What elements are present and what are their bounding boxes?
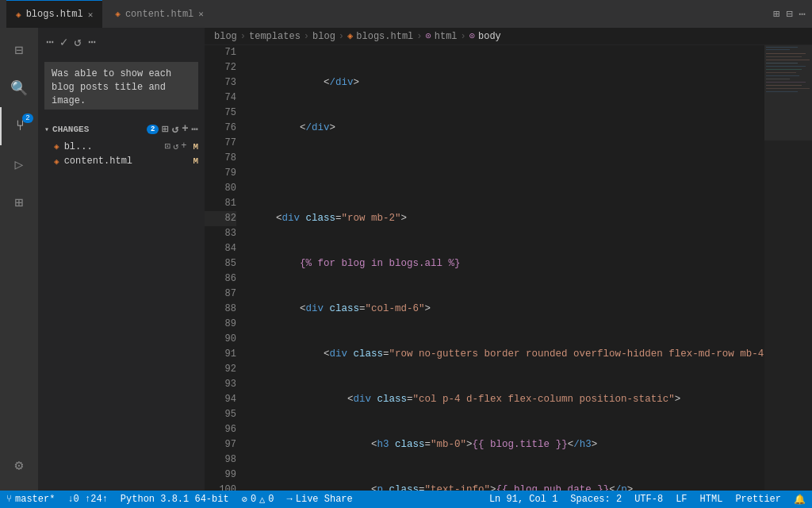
editor-content: 7172737475 7677787980 8182838485 8687888… [205,45,812,491]
status-language[interactable]: HTML [694,491,730,508]
breadcrumb-sep-5: › [461,31,466,42]
changes-count-badge: 2 [147,125,159,134]
status-spaces[interactable]: Spaces: 2 [564,491,628,508]
breadcrumb-html-tag: ⊙ [426,30,431,42]
status-line-col[interactable]: Ln 91, Col 1 [483,491,564,508]
open-icon[interactable]: ⊡ [165,140,170,152]
minimap [764,45,812,491]
code-area[interactable]: </div> </div> <div class="row mb-2"> {% … [243,45,764,491]
tab-content-close[interactable]: ✕ [198,9,204,19]
code-line-73 [252,166,764,181]
code-line-74: <div class="row mb-2"> [252,211,764,226]
activity-run[interactable]: ▷ [0,145,38,183]
more-actions-icon[interactable]: ⋯ [192,122,198,136]
sidebar-dots-btn[interactable]: ⋯ [86,33,98,52]
breadcrumb-filename: blogs.html [356,31,413,42]
line-numbers: 7172737475 7677787980 8182838485 8687888… [205,45,243,491]
stage-file-icon[interactable]: + [181,140,186,152]
python-label: Python 3.8.1 64-bit [121,494,229,505]
more-icon[interactable]: ⋯ [799,7,806,21]
sync-icon: ↓0 ↑24↑ [67,494,107,505]
file-actions-blogs: ⊡ ↺ + [165,140,187,152]
activity-source-control[interactable]: ⑂ 2 [0,107,38,145]
status-python[interactable]: Python 3.8.1 64-bit [114,491,236,508]
sidebar-top: ⋯ ✓ ↺ ⋯ [38,28,205,56]
breadcrumb-sep-1: › [240,31,246,42]
editor-area: blog › templates › blog › ◈ blogs.html ›… [205,28,812,491]
commit-message-input[interactable]: Was able to show each blog posts title a… [44,62,198,110]
breadcrumb-body-icon: ⊙ [469,30,475,42]
line-col-label: Ln 91, Col 1 [489,494,557,505]
split-icon[interactable]: ⊟ [786,7,792,21]
warning-count: 0 [268,494,274,505]
activity-bar: ⊟ 🔍 ⑂ 2 ▷ ⊞ ⚙ [0,28,38,491]
error-icon: ⊘ [242,494,247,506]
status-formatter[interactable]: Prettier [729,491,787,508]
sidebar-checkmark-btn[interactable]: ✓ [59,33,70,52]
code-line-77: <div class="row no-gutters border rounde… [252,347,764,362]
code-line-72: </div> [252,121,764,136]
breadcrumb-templates: templates [249,31,301,42]
changes-label: CHANGES [52,125,147,134]
breadcrumb-sep-2: › [304,31,309,42]
tab-blogs-close[interactable]: ✕ [88,10,94,20]
encoding-label: UTF-8 [634,494,663,505]
minimap-viewport [764,45,812,140]
branch-icon: ⑂ [6,494,12,505]
status-branch[interactable]: ⑂ master* [0,491,61,508]
branch-name: master* [15,494,55,505]
live-share-label: Live Share [296,494,353,505]
line-ending-label: LF [676,494,687,505]
breadcrumb-html-icon: ◈ [347,30,353,42]
bell-icon: 🔔 [794,494,806,506]
status-errors[interactable]: ⊘ 0 △ 0 [236,491,281,508]
status-sync[interactable]: ↓0 ↑24↑ [61,491,113,508]
activity-search[interactable]: 🔍 [0,69,38,107]
changes-header-actions: ⊞ ↺ + ⋯ [162,122,198,136]
tab-content[interactable]: ◈ content.html ✕ [105,0,213,28]
status-bar: ⑂ master* ↓0 ↑24↑ Python 3.8.1 64-bit ⊘ … [0,491,812,508]
live-share-icon: → [287,494,293,505]
title-bar-actions: ⊞ ⊟ ⋯ [773,7,806,21]
main-area: ⊟ 🔍 ⑂ 2 ▷ ⊞ ⚙ ⋯ ✓ ↺ ⋯ Was able to show e… [0,28,812,491]
file-item-content[interactable]: ◈ content.html M [38,154,205,168]
code-line-75: {% for blog in blogs.all %} [252,256,764,271]
title-bar: ◈ blogs.html ✕ ◈ content.html ✕ ⊞ ⊟ ⋯ [0,0,812,28]
spaces-label: Spaces: 2 [570,494,622,505]
tab-content-label: content.html [125,9,193,20]
code-line-76: <div class="col-md-6"> [252,302,764,317]
stage-icon[interactable]: + [182,122,188,136]
open-file-icon[interactable]: ⊞ [162,122,168,136]
formatter-label: Prettier [735,494,781,505]
activity-extensions[interactable]: ⊞ [0,183,38,221]
file-html-icon-2: ◈ [54,156,59,167]
sidebar-more-btn[interactable]: ⋯ [44,33,56,52]
file-status-content: M [193,156,198,166]
breadcrumb-html: html [435,31,458,42]
file-html-icon-1: ◈ [54,141,59,152]
tab-blogs-label: blogs.html [26,9,83,20]
status-notifications[interactable]: 🔔 [787,491,812,508]
changes-header[interactable]: ▾ CHANGES 2 ⊞ ↺ + ⋯ [38,119,205,139]
code-line-71: </div> [252,75,764,90]
code-line-79: <h3 class="mb-0">{{ blog.title }}</h3> [252,437,764,452]
source-control-badge: 2 [22,114,33,123]
sidebar-refresh-btn[interactable]: ↺ [72,33,83,52]
warning-icon: △ [259,494,265,506]
status-encoding[interactable]: UTF-8 [628,491,669,508]
layout-icon[interactable]: ⊞ [773,7,779,21]
language-label: HTML [700,494,723,505]
file-item-blogs[interactable]: ◈ bl... ⊡ ↺ + M [38,139,205,154]
tab-blogs[interactable]: ◈ blogs.html ✕ [6,0,102,28]
html-icon: ◈ [16,10,21,20]
status-live-share[interactable]: → Live Share [281,491,359,508]
breadcrumb-sep-4: › [416,31,422,42]
activity-settings[interactable]: ⚙ [0,446,38,484]
sidebar: ⋯ ✓ ↺ ⋯ Was able to show each blog posts… [38,28,205,491]
code-line-80: <p class="text-info">{{ blog.pub_date }}… [252,483,764,491]
discard-icon[interactable]: ↺ [172,122,178,136]
activity-explorer[interactable]: ⊟ [0,31,38,69]
breadcrumb-blog: blog [214,31,237,42]
discard-file-icon[interactable]: ↺ [173,140,178,152]
status-line-ending[interactable]: LF [669,491,693,508]
